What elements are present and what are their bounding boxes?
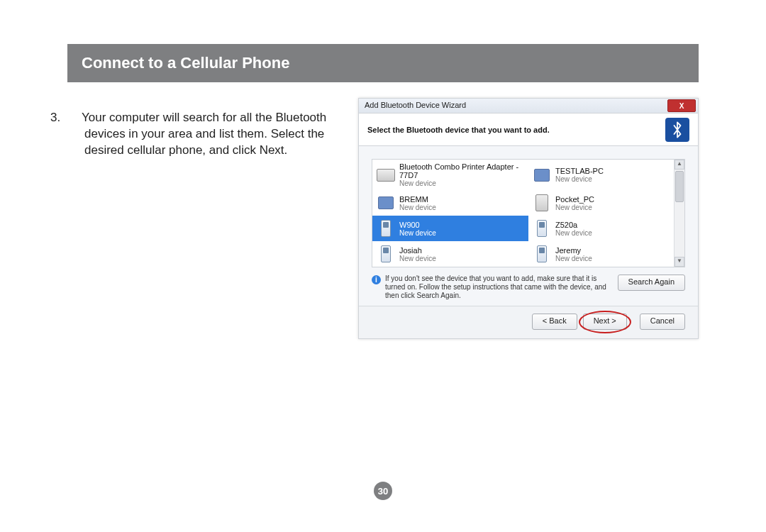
device-item[interactable]: Bluetooth Combo Printer Adapter - 77D7Ne… [372, 160, 528, 190]
back-button[interactable]: < Back [532, 314, 577, 330]
device-name: Josiah [399, 246, 436, 255]
phone-icon [533, 218, 551, 238]
device-list-panel: Bluetooth Combo Printer Adapter - 77D7Ne… [372, 159, 685, 267]
device-status: New device [399, 255, 436, 262]
wizard-header: Select the Bluetooth device that you wan… [359, 113, 698, 146]
scroll-down-button[interactable]: ▼ [675, 257, 684, 267]
device-name: Pocket_PC [555, 195, 594, 204]
section-title: Connect to a Cellular Phone [67, 44, 699, 82]
device-name: W900 [399, 221, 436, 229]
printer-icon [377, 165, 395, 185]
bluetooth-wizard-window: Add Bluetooth Device Wizard X Select the… [358, 98, 699, 339]
phone-icon [377, 218, 395, 238]
device-item[interactable]: W900New device [372, 216, 528, 241]
search-again-button[interactable]: Search Again [618, 275, 685, 291]
page-number: 30 [374, 482, 392, 500]
step-number: 3. [67, 110, 82, 126]
instruction-step: 3.Your computer will search for all the … [67, 98, 358, 171]
device-status: New device [399, 204, 436, 211]
wizard-footer: < Back Next > Cancel [359, 306, 698, 338]
phone-icon [377, 244, 395, 264]
device-text: W900New device [399, 221, 436, 237]
device-text: Z520aNew device [555, 221, 592, 237]
device-text: Pocket_PCNew device [555, 195, 594, 211]
device-name: Z520a [555, 221, 592, 229]
wizard-window-title: Add Bluetooth Device Wizard [359, 99, 472, 113]
cancel-button[interactable]: Cancel [640, 314, 685, 330]
device-status: New device [555, 175, 604, 183]
manual-page: Connect to a Cellular Phone 3.Your compu… [0, 0, 766, 532]
device-item[interactable]: JosiahNew device [372, 241, 528, 267]
hint-text: If you don't see the device that you wan… [385, 275, 611, 300]
device-status: New device [399, 229, 436, 237]
phone-icon [533, 244, 551, 264]
device-name: Jeremy [555, 246, 592, 255]
info-icon: i [372, 275, 381, 284]
device-item[interactable]: Z520aNew device [528, 216, 684, 241]
device-item[interactable]: TESTLAB-PCNew device [528, 160, 684, 190]
wizard-headline: Select the Bluetooth device that you wan… [367, 126, 550, 134]
device-status: New device [555, 255, 592, 262]
device-status: New device [399, 179, 524, 187]
device-status: New device [555, 229, 592, 237]
device-item[interactable]: BREMMNew device [372, 190, 528, 216]
pc-icon [533, 165, 551, 185]
step-text: Your computer will search for all the Bl… [82, 111, 326, 157]
window-close-button[interactable]: X [667, 99, 696, 112]
next-button-highlight: Next > [583, 314, 627, 330]
scroll-up-button[interactable]: ▲ [675, 160, 684, 170]
device-text: JosiahNew device [399, 246, 436, 262]
device-text: TESTLAB-PCNew device [555, 167, 604, 183]
device-text: JeremyNew device [555, 246, 592, 262]
device-item[interactable]: JeremyNew device [528, 241, 684, 267]
wizard-titlebar: Add Bluetooth Device Wizard X [359, 99, 698, 113]
scroll-thumb[interactable] [675, 171, 684, 202]
device-text: Bluetooth Combo Printer Adapter - 77D7Ne… [399, 162, 524, 187]
device-item[interactable]: Pocket_PCNew device [528, 190, 684, 216]
next-button[interactable]: Next > [583, 314, 627, 330]
pda-icon [533, 193, 551, 213]
device-text: BREMMNew device [399, 195, 436, 211]
device-name: Bluetooth Combo Printer Adapter - 77D7 [399, 162, 524, 179]
bluetooth-icon [665, 118, 689, 142]
device-name: TESTLAB-PC [555, 167, 604, 175]
device-name: BREMM [399, 195, 436, 204]
scrollbar[interactable]: ▲ ▼ [674, 160, 684, 267]
content-row: 3.Your computer will search for all the … [67, 98, 699, 339]
pc-icon [377, 193, 395, 213]
hint-row: i If you don't see the device that you w… [359, 273, 698, 306]
device-status: New device [555, 204, 594, 211]
